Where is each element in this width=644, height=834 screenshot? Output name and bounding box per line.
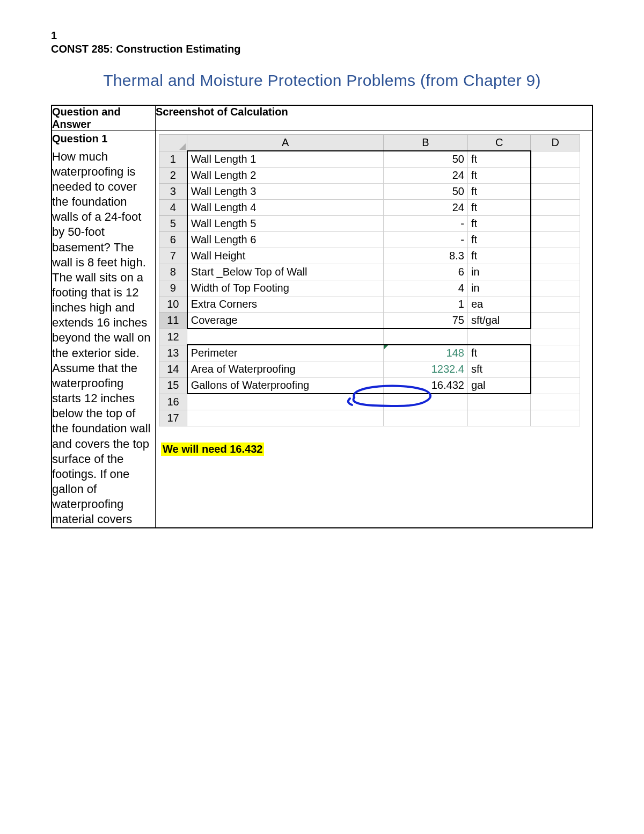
table-row: 15Gallons of Waterproofing16.432gal: [159, 378, 580, 394]
row-header[interactable]: 16: [159, 394, 187, 410]
cell[interactable]: [384, 410, 468, 426]
cell[interactable]: sft: [467, 361, 531, 378]
question-cell: Question 1 How much waterproofing is nee…: [52, 131, 156, 528]
col-header-b[interactable]: B: [384, 135, 468, 151]
row-header[interactable]: 10: [159, 296, 187, 313]
row-header[interactable]: 14: [159, 361, 187, 378]
cell[interactable]: in: [467, 280, 531, 296]
row-header[interactable]: 11: [159, 313, 187, 329]
cell[interactable]: [531, 361, 580, 378]
cell[interactable]: 1: [384, 296, 468, 313]
cell[interactable]: 1232.4: [384, 361, 468, 378]
cell[interactable]: Wall Length 5: [187, 216, 384, 232]
cell[interactable]: [384, 329, 468, 345]
col-header-c[interactable]: C: [467, 135, 531, 151]
row-header[interactable]: 6: [159, 232, 187, 248]
cell[interactable]: ft: [467, 248, 531, 264]
highlighted-answer: We will need 16.432: [161, 443, 264, 456]
cell[interactable]: [531, 216, 580, 232]
col-header-d[interactable]: D: [531, 135, 580, 151]
cell[interactable]: Wall Length 1: [187, 151, 384, 168]
cell[interactable]: [531, 280, 580, 296]
cell[interactable]: Wall Height: [187, 248, 384, 264]
row-header[interactable]: 1: [159, 151, 187, 168]
cell[interactable]: Wall Length 6: [187, 232, 384, 248]
cell[interactable]: gal: [467, 378, 531, 394]
cell[interactable]: Wall Length 4: [187, 200, 384, 216]
cell[interactable]: 50: [384, 184, 468, 200]
cell[interactable]: ft: [467, 184, 531, 200]
row-header[interactable]: 2: [159, 168, 187, 184]
table-row: 10Extra Corners1ea: [159, 296, 580, 313]
row-header[interactable]: 8: [159, 264, 187, 280]
col-header-a[interactable]: A: [187, 135, 384, 151]
error-flag-icon: [384, 345, 388, 350]
cell[interactable]: in: [467, 264, 531, 280]
cell[interactable]: ft: [467, 232, 531, 248]
row-header[interactable]: 5: [159, 216, 187, 232]
cell[interactable]: Extra Corners: [187, 296, 384, 313]
cell[interactable]: [531, 378, 580, 394]
cell[interactable]: Coverage: [187, 313, 384, 329]
cell[interactable]: Wall Length 3: [187, 184, 384, 200]
cell[interactable]: 75: [384, 313, 468, 329]
cell[interactable]: -: [384, 216, 468, 232]
cell[interactable]: ft: [467, 345, 531, 361]
cell[interactable]: sft/gal: [467, 313, 531, 329]
column-header-right: Screenshot of Calculation: [156, 105, 593, 131]
cell[interactable]: [531, 168, 580, 184]
cell[interactable]: Width of Top Footing: [187, 280, 384, 296]
row-header[interactable]: 4: [159, 200, 187, 216]
cell[interactable]: ea: [467, 296, 531, 313]
table-row: 17: [159, 410, 580, 426]
question-label: Question 1: [52, 132, 155, 146]
cell[interactable]: [467, 329, 531, 345]
cell[interactable]: [531, 232, 580, 248]
cell[interactable]: [531, 248, 580, 264]
row-header[interactable]: 3: [159, 184, 187, 200]
cell[interactable]: [531, 394, 580, 410]
cell[interactable]: 148: [384, 345, 468, 361]
cell[interactable]: 24: [384, 168, 468, 184]
row-header[interactable]: 17: [159, 410, 187, 426]
cell[interactable]: 50: [384, 151, 468, 168]
cell[interactable]: Start _Below Top of Wall: [187, 264, 384, 280]
cell[interactable]: Wall Length 2: [187, 168, 384, 184]
cell[interactable]: [187, 329, 384, 345]
cell[interactable]: 24: [384, 200, 468, 216]
table-row: 6Wall Length 6-ft: [159, 232, 580, 248]
cell[interactable]: ft: [467, 151, 531, 168]
cell[interactable]: 6: [384, 264, 468, 280]
row-header[interactable]: 7: [159, 248, 187, 264]
cell[interactable]: ft: [467, 168, 531, 184]
select-all-corner[interactable]: [159, 135, 187, 151]
row-header[interactable]: 9: [159, 280, 187, 296]
cell[interactable]: [531, 151, 580, 168]
cell[interactable]: Area of Waterproofing: [187, 361, 384, 378]
row-header[interactable]: 12: [159, 329, 187, 345]
cell[interactable]: ft: [467, 200, 531, 216]
cell[interactable]: [531, 313, 580, 329]
cell[interactable]: [531, 329, 580, 345]
table-row: 5Wall Length 5-ft: [159, 216, 580, 232]
row-header[interactable]: 13: [159, 345, 187, 361]
cell[interactable]: [531, 200, 580, 216]
cell[interactable]: [467, 410, 531, 426]
cell[interactable]: Perimeter: [187, 345, 384, 361]
cell[interactable]: [531, 296, 580, 313]
cell[interactable]: [187, 410, 384, 426]
cell[interactable]: [384, 394, 468, 410]
cell[interactable]: Gallons of Waterproofing: [187, 378, 384, 394]
cell[interactable]: -: [384, 232, 468, 248]
cell[interactable]: [531, 184, 580, 200]
cell[interactable]: [467, 394, 531, 410]
cell[interactable]: 4: [384, 280, 468, 296]
cell[interactable]: ft: [467, 216, 531, 232]
cell[interactable]: [531, 264, 580, 280]
row-header[interactable]: 15: [159, 378, 187, 394]
cell[interactable]: [531, 410, 580, 426]
cell[interactable]: [531, 345, 580, 361]
cell[interactable]: 8.3: [384, 248, 468, 264]
cell[interactable]: 16.432: [384, 378, 468, 394]
cell[interactable]: [187, 394, 384, 410]
